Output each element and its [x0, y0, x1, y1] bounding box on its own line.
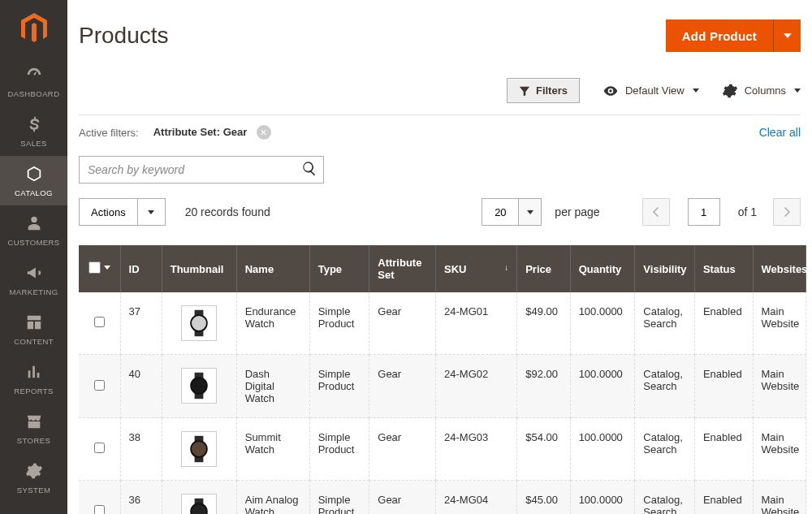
col-header-name[interactable]: Name — [236, 245, 309, 292]
sidebar-item-system[interactable]: SYSTEM — [0, 453, 67, 503]
col-header-price[interactable]: Price — [517, 245, 570, 292]
col-header-attrset[interactable]: Attribute Set — [369, 245, 436, 292]
magento-logo[interactable] — [0, 0, 67, 57]
chevron-down-icon — [794, 89, 801, 93]
remove-filter-button[interactable]: ✕ — [257, 125, 271, 140]
sidebar-item-dashboard[interactable]: DASHBOARD — [0, 57, 67, 106]
cube-icon — [2, 165, 66, 184]
actions-button[interactable]: Actions — [79, 198, 138, 226]
active-filters-label: Active filters: — [79, 127, 139, 139]
next-page-button[interactable] — [773, 198, 801, 226]
page-title: Products — [79, 23, 169, 49]
cell-visibility: Catalog, Search — [635, 292, 695, 355]
cell-price: $54.00 — [517, 418, 570, 481]
eye-icon — [603, 83, 619, 99]
sidebar-item-stores[interactable]: STORES — [0, 404, 67, 453]
sort-desc-icon: ↓ — [504, 263, 508, 272]
sidebar-item-content[interactable]: CONTENT — [0, 305, 67, 354]
page-size-dropdown-toggle[interactable] — [519, 198, 542, 226]
actions-dropdown-toggle[interactable] — [138, 198, 166, 226]
chevron-left-icon — [652, 207, 660, 217]
sidebar-item-label: STORES — [2, 436, 66, 445]
table-row[interactable]: 36Aim Analog WatchSimple ProductGear24-M… — [79, 481, 806, 515]
clear-all-filters-link[interactable]: Clear all — [759, 126, 801, 139]
cell-thumbnail — [162, 418, 236, 481]
row-checkbox[interactable] — [94, 380, 105, 391]
table-row[interactable]: 40Dash Digital WatchSimple ProductGear24… — [79, 355, 806, 418]
chevron-right-icon — [783, 207, 791, 217]
filters-button[interactable]: Filters — [507, 78, 580, 103]
sidebar-item-label: MARKETING — [2, 287, 66, 296]
dashboard-icon — [2, 66, 66, 85]
cell-websites: Main Website — [753, 418, 806, 481]
search-bar — [79, 156, 801, 184]
cell-price: $45.00 — [517, 481, 570, 515]
search-button[interactable] — [301, 161, 317, 179]
sidebar-item-sales[interactable]: SALES — [0, 106, 67, 156]
sidebar-item-marketing[interactable]: MARKETING — [0, 255, 67, 305]
sidebar-item-label: CUSTOMERS — [2, 238, 66, 247]
columns-selector[interactable]: Columns — [722, 83, 801, 99]
cell-status: Enabled — [694, 481, 753, 515]
search-input[interactable] — [79, 156, 324, 184]
row-checkbox[interactable] — [94, 505, 105, 514]
sidebar-item-label: DASHBOARD — [2, 89, 66, 98]
sidebar-item-label: CONTENT — [2, 337, 66, 346]
sidebar-item-label: REPORTS — [2, 387, 66, 395]
col-header-quantity[interactable]: Quantity — [570, 245, 635, 292]
bars-icon — [2, 363, 66, 382]
page-size-input[interactable] — [482, 198, 519, 226]
cell-attr-set: Gear — [369, 355, 436, 418]
megaphone-icon — [2, 264, 66, 283]
sidebar-item-customers[interactable]: CUSTOMERS — [0, 205, 67, 255]
chevron-down-icon — [693, 89, 699, 93]
col-header-status[interactable]: Status — [694, 245, 753, 292]
row-checkbox[interactable] — [94, 317, 105, 327]
page-header: Products Add Product — [67, 0, 812, 58]
cell-sku: 24-MG04 — [436, 481, 517, 515]
cell-visibility: Catalog, Search — [635, 418, 695, 481]
page-size-selector — [482, 198, 542, 226]
table-row[interactable]: 37Endurance WatchSimple ProductGear24-MG… — [79, 292, 806, 355]
grid-toolbar: Filters Default View Columns — [79, 70, 801, 115]
add-product-dropdown-toggle[interactable] — [773, 19, 801, 52]
product-thumbnail[interactable] — [181, 431, 217, 467]
cell-price: $49.00 — [517, 292, 570, 355]
cell-id: 40 — [120, 355, 162, 418]
cell-sku: 24-MG01 — [436, 292, 517, 355]
prev-page-button[interactable] — [642, 198, 670, 226]
funnel-icon — [519, 85, 530, 97]
select-all-checkbox[interactable] — [89, 261, 101, 274]
cell-thumbnail — [162, 481, 236, 515]
sidebar-item-reports[interactable]: REPORTS — [0, 354, 67, 404]
cell-attr-set: Gear — [369, 292, 436, 355]
row-checkbox[interactable] — [94, 443, 105, 453]
default-view-label: Default View — [625, 84, 685, 97]
records-found-label: 20 records found — [185, 205, 270, 218]
product-thumbnail[interactable] — [181, 305, 217, 341]
cell-attr-set: Gear — [369, 481, 436, 515]
gear-icon — [722, 83, 738, 99]
cell-sku: 24-MG03 — [436, 418, 517, 481]
col-header-id[interactable]: ID — [120, 245, 162, 292]
col-header-sku[interactable]: SKU↓ — [436, 245, 517, 292]
add-product-button[interactable]: Add Product — [666, 19, 773, 52]
cell-qty: 100.0000 — [570, 481, 635, 515]
sidebar-item-catalog[interactable]: CATALOG — [0, 156, 67, 205]
default-view-selector[interactable]: Default View — [603, 83, 699, 99]
col-header-websites[interactable]: Websites — [753, 245, 806, 292]
chevron-down-icon — [527, 210, 533, 214]
storefront-icon — [2, 412, 66, 432]
product-thumbnail[interactable] — [181, 368, 217, 404]
actions-dropdown: Actions — [79, 198, 166, 226]
columns-label: Columns — [745, 84, 786, 97]
col-header-visibility[interactable]: Visibility — [635, 245, 695, 292]
svg-point-5 — [191, 378, 207, 394]
product-thumbnail[interactable] — [181, 494, 217, 514]
col-header-type[interactable]: Type — [309, 245, 369, 292]
table-row[interactable]: 38Summit WatchSimple ProductGear24-MG03$… — [79, 418, 806, 481]
col-header-thumbnail[interactable]: Thumbnail — [162, 245, 236, 292]
cell-id: 37 — [120, 292, 162, 355]
current-page-input[interactable] — [688, 198, 720, 226]
col-header-select[interactable] — [79, 245, 120, 292]
